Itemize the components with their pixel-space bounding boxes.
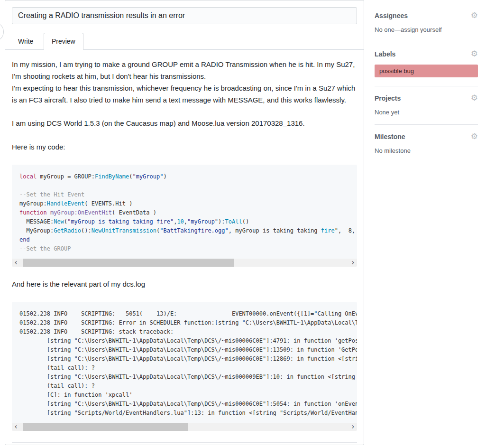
log-line: [C]: in function 'xpcall' [19,391,349,400]
log-horizontal-scrollbar[interactable]: ‹› [12,423,357,431]
form-footer: M↓ Styling with Markdown is supported Su… [12,443,357,445]
log-line: (tail call): ? [19,364,349,373]
code-line: MyGroup:GetRadio():NewUnitTransmission("… [19,226,349,235]
projects-value: None yet [375,109,478,116]
log-line: 01502.238 INFO SCRIPTING: Error in SCHED… [19,318,349,327]
dcs-log-block: 01502.238 INFO SCRIPTING: 5051( 13)/E: E… [12,302,357,431]
label-possible-bug[interactable]: possible bug [375,65,478,77]
paragraph-intro-line2: I'm expecting to hear this transmission,… [12,84,355,104]
scrollbar-track [20,423,349,431]
paragraph-log-intro: And here is the relevant part of my dcs.… [12,278,357,290]
assignees-title: Assignees [375,12,408,19]
paragraph-intro: In my mission, I am trying to make a gro… [12,58,357,106]
lua-code-block: local myGroup = GROUP:FindByName("myGrou… [12,165,357,267]
gear-icon[interactable]: ⚙ [471,132,478,140]
log-line: 01502.238 INFO SCRIPTING: 5051( 13)/E: E… [19,309,349,318]
labels-title: Labels [375,50,395,58]
log-line: [string "C:\Users\BWHITL~1\AppData\Local… [19,336,349,345]
projects-title: Projects [375,94,401,102]
log-line: [string "C:\Users\BWHITL~1\AppData\Local… [19,355,349,364]
scroll-right-icon[interactable]: › [349,423,357,431]
paragraph-code-intro: Here is my code: [12,141,357,153]
preview-content: In my mission, I am trying to make a gro… [12,50,357,445]
scroll-left-icon[interactable]: ‹ [12,259,20,267]
code-line: end [19,235,349,244]
paragraph-versions: I am using DCS World 1.5.3 (on the Cauca… [12,117,357,129]
gear-icon[interactable]: ⚙ [471,11,478,19]
paragraph-intro-line1: In my mission, I am trying to make a gro… [12,60,355,80]
code-line: myGroup:HandleEvent( EVENTS.Hit ) [19,199,349,208]
scroll-right-icon[interactable]: › [349,259,357,267]
gear-icon[interactable]: ⚙ [471,94,478,102]
scrollbar-thumb[interactable] [23,423,188,431]
code-line: --Set the Hit Event [19,190,349,199]
write-preview-tabnav: Write Preview [5,33,364,50]
sidebar-section-assignees: Assignees ⚙ No one—assign yourself [375,11,478,42]
log-line: [string "C:\Users\BWHITL~1\AppData\Local… [19,400,349,409]
sidebar-section-projects: Projects ⚙ None yet [375,94,478,125]
log-line: [string "C:\Users\BWHITL~1\AppData\Local… [19,345,349,355]
scrollbar-thumb[interactable] [23,259,234,267]
tab-write[interactable]: Write [10,33,41,50]
sidebar-section-milestone: Milestone ⚙ No milestone [375,132,478,163]
comment-bubble-caret [0,23,4,41]
milestone-title: Milestone [375,133,405,140]
sidebar-section-labels: Labels ⚙ possible bug [375,50,478,86]
code-line: local myGroup = GROUP:FindByName("myGrou… [19,172,349,181]
log-line: 01502.238 INFO SCRIPTING: stack tracebac… [19,327,349,336]
code-line [19,181,349,190]
log-line: [string "Scripts/World/EventHandlers.lua… [19,409,349,418]
gear-icon[interactable]: ⚙ [471,50,478,58]
log-line: [string "C:\Users\BWHITL~1\AppData\Local… [19,373,349,382]
code-line: function myGroup:OnEventHit( EventData ) [19,208,349,217]
scroll-left-icon[interactable]: ‹ [12,423,20,431]
code-horizontal-scrollbar[interactable]: ‹› [12,259,357,267]
tab-preview[interactable]: Preview [44,33,83,50]
code-line: MESSAGE:New("myGroup is taking taking fi… [19,217,349,226]
assignees-value[interactable]: No one—assign yourself [375,26,478,33]
milestone-value: No milestone [375,147,478,154]
issue-sidebar: Assignees ⚙ No one—assign yourself Label… [375,11,478,170]
log-line: (tail call): ? [19,382,349,391]
issue-title-input[interactable] [12,7,357,24]
scrollbar-track [20,259,349,267]
new-issue-form: Write Preview In my mission, I am trying… [5,0,364,445]
code-line: --Set the GROUP [19,244,349,253]
